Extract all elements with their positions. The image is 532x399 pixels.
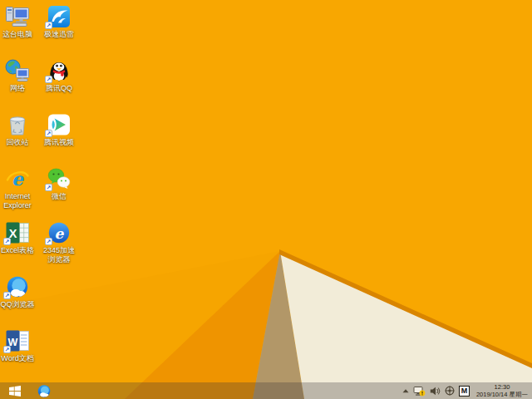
word-icon: W↗ (5, 329, 30, 352)
qq-penguin-icon: ↗ (47, 59, 71, 82)
desktop-icon-label: Excel表格 (1, 246, 34, 255)
2345-browser-desktop-icon[interactable]: e↗2345加速浏览器 (40, 221, 78, 264)
desktop-icon-label: 微信 (52, 192, 66, 201)
ime-indicator[interactable]: M (459, 386, 470, 397)
shortcut-arrow-icon: ↗ (45, 76, 52, 83)
desktop-icon-label: 2345加速浏览器 (40, 246, 78, 264)
desktop-icon-label: 回收站 (7, 138, 29, 147)
xunlei-desktop-icon[interactable]: ↗极速迅雷 (40, 5, 78, 39)
shortcut-arrow-icon: ↗ (3, 292, 11, 299)
taskbar-clock[interactable]: 12:30 2019/10/14 星期一 (476, 383, 528, 398)
wechat-icon: ↗ (47, 167, 71, 190)
volume-icon[interactable] (430, 387, 441, 396)
qq-browser-desktop-icon[interactable]: ↗QQ浏览器 (0, 275, 37, 309)
clock-time: 12:30 (476, 383, 528, 391)
desktop-icon-label: 这台电脑 (2, 30, 32, 39)
shortcut-arrow-icon: ↗ (3, 346, 11, 353)
internet-explorer-desktop-icon[interactable]: eInternet Explorer (0, 167, 37, 210)
show-hidden-icons-button[interactable] (402, 388, 409, 393)
desktop-icon-label: QQ浏览器 (0, 300, 34, 309)
shortcut-arrow-icon: ↗ (45, 130, 52, 137)
start-button[interactable] (0, 382, 30, 399)
taskbar: M 12:30 2019/10/14 星期一 (0, 382, 532, 399)
tencent-video-desktop-icon[interactable]: ↗腾讯视频 (40, 113, 78, 147)
this-pc-desktop-icon[interactable]: 这台电脑 (0, 5, 37, 39)
xunlei-bird-icon: ↗ (47, 5, 71, 28)
clock-date: 2019/10/14 星期一 (476, 391, 528, 398)
system-tray: M 12:30 2019/10/14 星期一 (402, 383, 532, 398)
excel-icon: X↗ (5, 221, 30, 244)
shortcut-arrow-icon: ↗ (45, 184, 52, 191)
svg-text:e: e (12, 168, 25, 190)
svg-text:e: e (55, 225, 65, 242)
recycle-bin-icon (5, 113, 30, 136)
tencent-qq-desktop-icon[interactable]: ↗腾讯QQ (40, 59, 78, 93)
recycle-bin-desktop-icon[interactable]: 回收站 (0, 113, 37, 147)
2345-browser-icon: e↗ (47, 221, 71, 244)
desktop-icon-label: 网络 (10, 84, 25, 93)
computer-icon (5, 5, 30, 28)
ie-icon: e (5, 167, 30, 190)
excel-desktop-icon[interactable]: X↗Excel表格 (0, 221, 37, 255)
safety-center-icon[interactable] (445, 386, 455, 396)
shortcut-arrow-icon: ↗ (45, 238, 52, 245)
windows-logo-icon (9, 386, 21, 397)
desktop-icon-label: Internet Explorer (0, 192, 37, 210)
windows-desktop: 这台电脑↗极速迅雷网络↗腾讯QQ回收站↗腾讯视频eInternet Explor… (0, 0, 532, 399)
tencent-video-icon: ↗ (47, 113, 71, 136)
shortcut-arrow-icon: ↗ (3, 238, 11, 245)
desktop-icon-label: 腾讯QQ (46, 84, 72, 93)
desktop-icon-label: 极速迅雷 (44, 30, 74, 39)
network-status-icon[interactable] (413, 386, 426, 397)
qq-browser-icon (37, 384, 52, 398)
desktop-icon-grid: 这台电脑↗极速迅雷网络↗腾讯QQ回收站↗腾讯视频eInternet Explor… (0, 0, 532, 399)
network-globe-icon (5, 59, 30, 82)
qq-browser-icon: ↗ (5, 275, 30, 298)
shortcut-arrow-icon: ↗ (45, 22, 52, 29)
word-desktop-icon[interactable]: W↗Word文档 (0, 329, 37, 363)
wechat-desktop-icon[interactable]: ↗微信 (40, 167, 78, 201)
network-desktop-icon[interactable]: 网络 (0, 59, 37, 93)
desktop-icon-label: 腾讯视频 (44, 138, 74, 147)
taskbar-pinned-qq-browser[interactable] (33, 382, 55, 399)
desktop-icon-label: Word文档 (1, 354, 33, 363)
